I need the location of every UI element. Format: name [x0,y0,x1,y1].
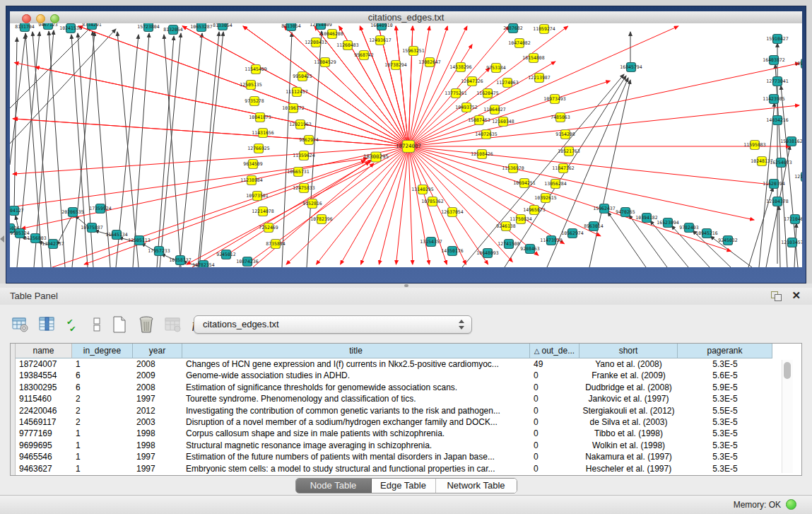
delete-column-icon[interactable] [163,314,184,335]
graph-node-label: 12214078 [252,209,273,214]
table-cell: 5.3E-5 [678,358,772,370]
table-cell: 0 [530,440,579,451]
graph-node-label: 8604127 [10,208,24,214]
close-panel-button[interactable]: ✕ [792,289,801,302]
graph-node-label: 10694251 [513,180,535,186]
table-cell: 0 [530,428,579,439]
graph-node-label: 9782403 [679,225,698,230]
graph-node-label: 11847362 [552,165,574,171]
table-row[interactable]: 2242004622012Investigating the contribut… [16,405,772,416]
graph-node-label: 15938162 [780,139,802,144]
table-cell: 9463627 [16,463,72,474]
table-panel-title: Table Panel [10,291,58,301]
table-settings-icon[interactable] [10,314,31,335]
table-row[interactable]: 946554611997Estimation of the future num… [16,451,772,462]
tab-network-table[interactable]: Network Table [436,479,517,493]
graph-node-label: 8133054 [213,23,232,28]
table-cell: 0 [530,370,579,381]
graph-node-label: 10248137 [751,158,772,164]
graph-node-label: 9735278 [245,98,264,104]
graph-node-label: 16523094 [657,220,678,226]
select-column-icon[interactable] [37,314,58,335]
table-cell: 2012 [133,405,182,416]
table-cell: 1 [72,440,133,451]
table-row[interactable]: 946362711997Embryonic stem cells: a mode… [16,463,772,474]
scrollbar-thumb[interactable] [784,362,791,379]
memory-status-label: Memory: OK [734,500,781,510]
tab-edge-table[interactable]: Edge Table [372,479,436,493]
graph-node-label: 11431656 [252,130,273,136]
table-cell: 6 [72,382,133,393]
tab-node-table[interactable]: Node Table [296,479,372,493]
graph-node-label: 11750834 [510,216,531,222]
new-table-icon[interactable] [109,314,130,335]
graph-node-label: 10874236 [236,259,258,264]
column-header-in-degree[interactable]: in_degree [72,344,133,358]
table-cell: 2003 [133,416,182,428]
column-header-short[interactable]: short [579,344,678,358]
table-cell: 18724007 [16,358,72,370]
network-canvas[interactable]: 8131704946712310241536873429115723804813… [10,23,802,267]
network-graph[interactable]: 8131704946712310241536873429115723804813… [10,23,802,267]
graph-node-label: 10394182 [635,215,657,221]
graph-node-label: 10562974 [561,230,583,236]
graph-node-label: 10665731 [287,169,309,175]
graph-node-label: 10937241 [794,61,802,66]
table-row[interactable]: 1938455462009Genome-wide association stu… [16,370,772,381]
graph-node-label: 11804529 [314,59,336,65]
graph-node-label: 11536970 [502,165,524,171]
float-panel-button[interactable] [771,291,781,300]
table-cell: 1 [72,358,133,370]
delete-table-icon[interactable] [136,314,157,335]
table-cell: Franke et al. (2009) [579,370,678,381]
table-cell: Nakamura et al. (1997) [579,451,678,462]
column-header-title[interactable]: title [182,344,530,358]
table-row[interactable]: 1830029562008Estimation of significance … [16,382,772,393]
graph-node-label: 16640910 [370,23,392,28]
table-row[interactable]: 911546021997Tourette syndrome. Phenomeno… [16,393,772,404]
unselect-all-icon[interactable] [90,314,103,335]
graph-node-label: 12773041 [766,78,788,84]
graph-node-label: 9470265 [616,209,635,215]
panel-collapse-arrow-icon[interactable] [0,235,4,243]
table-cell: 1998 [133,428,182,439]
graph-node-label: 11059274 [533,26,555,32]
table-cell: 2 [72,405,133,416]
table-cell: Dudbridge et al. (2008) [579,382,678,393]
graph-node-label: 12475833 [293,185,314,191]
table-cell: 2009 [133,370,182,381]
graph-node-label: 11112457 [286,89,307,95]
graph-node-label: 10841873 [249,115,271,120]
column-header-pagerank[interactable]: pagerank [678,344,772,358]
table-cell: Investigating the contribution of common… [182,405,530,416]
table-row[interactable]: 977716911998Corpus callosum shape and si… [16,428,772,439]
graph-node-label: 18724007 [396,143,421,149]
split-handle-icon[interactable] [404,284,408,287]
graph-node-label: 14034216 [766,117,788,123]
graph-node-label: 12637054 [441,209,463,215]
graph-node-label: 9634509 [243,161,262,167]
column-header-year[interactable]: year [133,344,182,358]
table-cell: 1997 [133,451,182,462]
table-cell: 5.6E-5 [678,370,772,381]
column-header-row: namein_degreeyeartitle△out_de...shortpag… [16,344,772,358]
sort-ascending-icon: △ [534,347,540,355]
graph-node-label: 8734291 [82,23,101,28]
table-row[interactable]: 1456911722003Disruption of a novel membe… [16,416,772,428]
svg-text:✔: ✔ [70,323,76,334]
table-selector-dropdown[interactable]: citations_edges.txt [194,315,472,334]
graph-node-label: 16254073 [770,160,792,165]
table-cell: 1 [72,451,133,462]
select-all-icon[interactable]: ✔✔ [64,314,85,335]
graph-node-label: 15963251 [402,48,424,54]
column-header-out-de-[interactable]: △out_de... [530,344,579,358]
graph-node-label: 9862974 [299,137,318,143]
window-titlebar[interactable]: citations_edges.txt [10,11,802,24]
table-tab-bar: Node TableEdge TableNetwork Table [0,478,812,493]
vertical-scrollbar[interactable] [782,360,793,473]
table-row[interactable]: 1872400712008Changes of HCN gene express… [16,358,772,370]
graph-node-label: 10474082 [508,40,530,46]
column-header-name[interactable]: name [16,344,72,358]
table-row[interactable]: 969969511998Structural magnetic resonanc… [16,440,772,451]
table-cell: Estimation of significance thresholds fo… [182,382,530,393]
